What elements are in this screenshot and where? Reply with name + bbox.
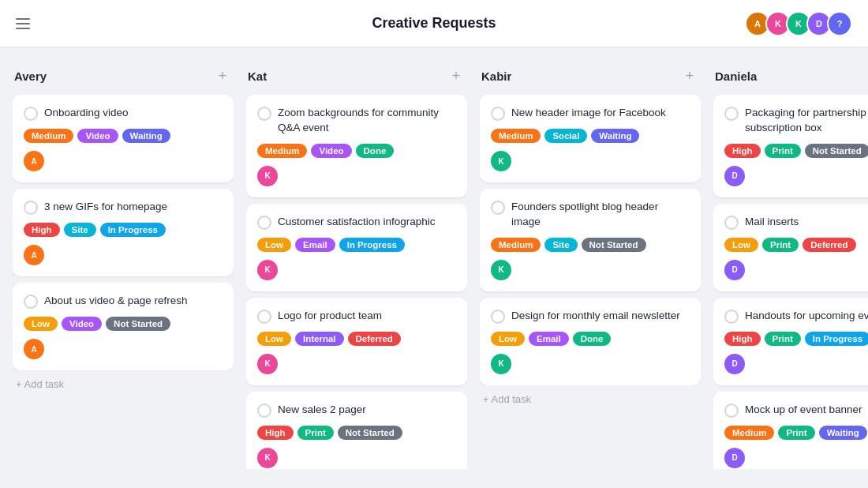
tag-done: Done [356,144,395,158]
card-title-text: Packaging for partnership subscription b… [745,106,868,136]
tag-video: Video [62,317,102,331]
card-title-row: New header image for Facebook [491,106,690,121]
card-avatar: A [24,339,44,359]
card-avatar: K [257,354,278,374]
card-c4[interactable]: Zoom backgrounds for community Q&A event… [246,95,467,197]
cards-container-kat: Zoom backgrounds for community Q&A event… [246,95,467,469]
card-c14[interactable]: Mock up of event bannerMediumPrintWaitin… [713,392,868,469]
card-title-row: Customer satisfaction infographic [257,215,456,230]
check-icon[interactable] [257,107,271,121]
card-tags: HighSiteIn Progress [24,223,223,237]
card-c9[interactable]: Founders spotlight blog header imageMedi… [480,189,701,291]
tag-waiting: Waiting [819,426,867,440]
card-c2[interactable]: 3 new GIFs for homepageHighSiteIn Progre… [13,189,234,276]
check-icon[interactable] [724,216,739,230]
tag-site: Site [544,238,577,252]
column-header-kabir: Kabir+ [480,66,701,85]
tag-high: High [724,144,761,158]
card-tags: MediumVideoDone [257,144,456,158]
card-title-text: Logo for product team [278,309,382,324]
avatar-user5: ? [827,11,852,36]
menu-button[interactable] [16,18,30,29]
card-title-row: Design for monthly email newsletter [491,309,690,324]
column-title-avery: Avery [14,69,47,83]
card-c3[interactable]: About us video & page refreshLowVideoNot… [13,283,234,370]
card-title-row: About us video & page refresh [24,294,223,309]
add-task-button-avery[interactable]: + Add task [13,370,234,398]
card-footer: K [491,354,690,374]
card-c10[interactable]: Design for monthly email newsletterLowEm… [480,298,701,385]
card-title-text: Handouts for upcoming event [745,309,868,324]
card-avatar: K [491,260,511,280]
card-tags: HighPrintNot Started [724,144,868,158]
check-icon[interactable] [724,404,739,418]
tag-not-started: Not Started [338,426,402,440]
tag-waiting: Waiting [591,129,639,143]
tag-high: High [24,223,60,237]
tag-waiting: Waiting [122,129,170,143]
card-title-row: 3 new GIFs for homepage [24,200,223,215]
tag-medium: Medium [724,426,774,440]
tag-deferred: Deferred [803,238,855,252]
check-icon[interactable] [491,310,505,324]
column-add-button-kabir[interactable]: + [680,66,699,85]
tag-in-progress: In Progress [339,238,405,252]
card-title-row: Logo for product team [257,309,456,324]
column-add-button-avery[interactable]: + [213,66,232,85]
card-c5[interactable]: Customer satisfaction infographicLowEmai… [246,204,467,291]
tag-email: Email [295,238,335,252]
card-footer: D [724,260,868,280]
column-title-daniela: Daniela [715,69,757,83]
tag-low: Low [257,332,291,346]
card-tags: MediumPrintWaiting [724,426,868,440]
card-title-row: Packaging for partnership subscription b… [724,106,868,136]
cards-container-avery: Onboarding videoMediumVideoWaitingA3 new… [13,95,234,370]
check-icon[interactable] [257,216,271,230]
check-icon[interactable] [491,107,505,121]
card-footer: K [257,166,456,186]
check-icon[interactable] [724,107,739,121]
card-title-text: Onboarding video [44,106,129,121]
column-kabir: Kabir+New header image for FacebookMediu… [480,66,701,469]
card-tags: HighPrintIn Progress [724,332,868,346]
tag-done: Done [573,332,612,346]
tag-not-started: Not Started [805,144,868,158]
tag-video: Video [77,129,118,143]
add-task-button-kabir[interactable]: + Add task [480,385,701,413]
check-icon[interactable] [24,107,38,121]
card-c6[interactable]: Logo for product teamLowInternalDeferred… [246,298,467,385]
tag-low: Low [491,332,525,346]
check-icon[interactable] [257,310,271,324]
card-footer: A [24,339,223,359]
card-title-text: Mock up of event banner [745,403,862,418]
card-c11[interactable]: Packaging for partnership subscription b… [713,95,868,197]
card-c12[interactable]: Mail insertsLowPrintDeferredD [713,204,868,291]
card-footer: K [257,448,456,468]
tag-high: High [257,426,294,440]
card-tags: MediumVideoWaiting [24,129,223,143]
card-title-text: Customer satisfaction infographic [278,215,436,230]
tag-medium: Medium [491,238,541,252]
card-avatar: A [24,245,44,265]
check-icon[interactable] [724,310,739,324]
card-c1[interactable]: Onboarding videoMediumVideoWaitingA [13,95,234,182]
check-icon[interactable] [491,201,505,215]
check-icon[interactable] [24,201,38,215]
card-avatar: K [491,151,511,171]
tag-social: Social [544,129,587,143]
column-add-button-kat[interactable]: + [447,66,466,85]
tag-not-started: Not Started [106,317,170,331]
card-title-row: Mail inserts [724,215,868,230]
check-icon[interactable] [24,295,38,309]
tag-print: Print [297,426,334,440]
card-c8[interactable]: New header image for FacebookMediumSocia… [480,95,701,182]
card-c7[interactable]: New sales 2 pagerHighPrintNot StartedK [246,392,467,469]
card-c13[interactable]: Handouts for upcoming eventHighPrintIn P… [713,298,868,385]
card-avatar: D [724,260,745,280]
tag-low: Low [257,238,291,252]
tag-print: Print [765,144,801,158]
avatar-group: A K K D ? [745,11,852,36]
tag-medium: Medium [257,144,307,158]
check-icon[interactable] [257,404,271,418]
card-title-row: Zoom backgrounds for community Q&A event [257,106,456,136]
